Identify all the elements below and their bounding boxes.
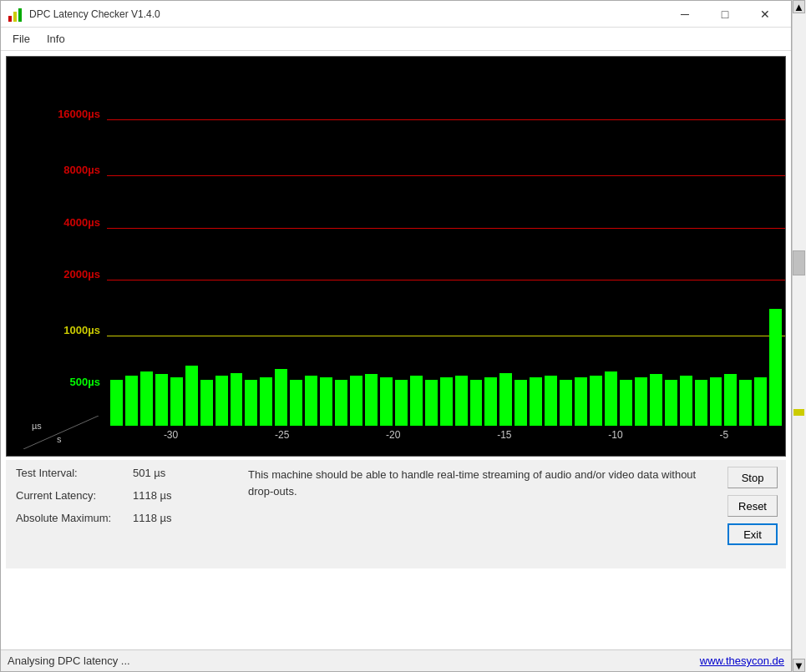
bar bbox=[140, 371, 153, 426]
bar bbox=[395, 380, 408, 426]
message-text: This machine should be able to handle re… bbox=[248, 468, 696, 498]
status-text: Analysing DPC latency ... bbox=[8, 654, 130, 667]
svg-rect-2 bbox=[18, 8, 22, 22]
bar bbox=[350, 376, 362, 426]
bar bbox=[605, 371, 617, 426]
bar bbox=[515, 380, 527, 426]
bar bbox=[335, 380, 347, 426]
current-latency-row: Current Latency: 1118 µs bbox=[16, 489, 230, 502]
bar bbox=[125, 376, 138, 426]
svg-line-3 bbox=[23, 416, 99, 449]
bar bbox=[650, 374, 662, 426]
bar bbox=[365, 374, 378, 426]
absolute-max-value: 1118 µs bbox=[133, 512, 172, 524]
x-axis: -30 -25 -20 -15 -10 -5 bbox=[107, 426, 785, 456]
absolute-max-row: Absolute Maximum: 1118 µs bbox=[16, 512, 230, 524]
y-label-1000: 1000µs bbox=[63, 324, 100, 336]
exit-button[interactable]: Exit bbox=[727, 523, 778, 545]
current-latency-value: 1118 µs bbox=[133, 489, 172, 502]
stats-panel: Test Interval: 501 µs Current Latency: 1… bbox=[6, 460, 240, 568]
bar bbox=[231, 373, 243, 426]
bar bbox=[320, 377, 332, 426]
maximize-button[interactable]: □ bbox=[706, 1, 744, 28]
bar bbox=[560, 380, 572, 426]
svg-rect-1 bbox=[13, 12, 17, 22]
scrollbar-up-arrow[interactable]: ▲ bbox=[793, 0, 805, 13]
bar bbox=[680, 376, 692, 426]
bar bbox=[380, 377, 393, 426]
bar bbox=[499, 373, 512, 426]
bar bbox=[635, 377, 647, 426]
latency-chart: 16000µs 8000µs 4000µs 2000µs 1000µs 500µ… bbox=[6, 56, 786, 457]
scrollbar-indicator bbox=[793, 409, 804, 416]
test-interval-label: Test Interval: bbox=[16, 467, 124, 479]
menu-info[interactable]: Info bbox=[38, 29, 74, 48]
current-latency-label: Current Latency: bbox=[16, 489, 124, 502]
x-label-30: -30 bbox=[164, 429, 178, 441]
scrollbar-down-arrow[interactable]: ▼ bbox=[793, 659, 805, 672]
bar bbox=[724, 374, 737, 426]
scrollbar-track: ▲ ▼ bbox=[792, 0, 806, 672]
bars-container bbox=[107, 57, 785, 426]
svg-rect-0 bbox=[8, 16, 12, 22]
bar bbox=[185, 366, 198, 426]
bar bbox=[425, 380, 438, 426]
bar bbox=[739, 380, 752, 426]
bar bbox=[455, 376, 468, 426]
reset-button[interactable]: Reset bbox=[727, 495, 778, 517]
bar bbox=[275, 369, 287, 426]
menu-bar: File Info bbox=[1, 28, 791, 51]
test-interval-value: 501 µs bbox=[133, 467, 165, 479]
menu-file[interactable]: File bbox=[4, 29, 38, 48]
bar bbox=[754, 377, 767, 426]
buttons-panel: Stop Reset Exit bbox=[719, 460, 786, 568]
x-axis-labels: -30 -25 -20 -15 -10 -5 bbox=[107, 429, 785, 441]
bar bbox=[200, 380, 213, 426]
close-button[interactable]: ✕ bbox=[746, 1, 784, 28]
bar bbox=[170, 377, 183, 426]
status-bar: Analysing DPC latency ... www.thesycon.d… bbox=[1, 649, 791, 671]
status-link[interactable]: www.thesycon.de bbox=[700, 654, 784, 667]
bar bbox=[440, 377, 453, 426]
bar bbox=[410, 376, 423, 426]
y-label-8000: 8000µs bbox=[63, 164, 100, 176]
y-label-500: 500µs bbox=[70, 376, 100, 388]
bar bbox=[245, 380, 257, 426]
minimize-button[interactable]: ─ bbox=[666, 1, 704, 28]
bar bbox=[215, 376, 228, 426]
title-bar: DPC Latency Checker V1.4.0 ─ □ ✕ bbox=[1, 1, 791, 28]
x-label-20: -20 bbox=[386, 429, 400, 441]
bar bbox=[305, 376, 317, 426]
bar bbox=[470, 380, 483, 426]
y-label-2000: 2000µs bbox=[63, 268, 100, 280]
message-panel: This machine should be able to handle re… bbox=[240, 460, 719, 568]
bar bbox=[575, 377, 587, 426]
y-label-16000: 16000µs bbox=[58, 108, 100, 120]
app-icon bbox=[8, 6, 24, 23]
bar bbox=[530, 377, 542, 426]
bar bbox=[590, 376, 602, 426]
y-label-4000: 4000µs bbox=[63, 216, 100, 229]
window-title: DPC Latency Checker V1.4.0 bbox=[29, 8, 666, 20]
bar bbox=[665, 380, 677, 426]
bar bbox=[290, 380, 302, 426]
bar bbox=[710, 377, 722, 426]
bar bbox=[695, 380, 707, 426]
x-label-10: -10 bbox=[608, 429, 622, 441]
chart-plot-area: -30 -25 -20 -15 -10 -5 bbox=[107, 57, 785, 456]
absolute-max-label: Absolute Maximum: bbox=[16, 512, 124, 524]
x-label-15: -15 bbox=[497, 429, 511, 441]
stop-button[interactable]: Stop bbox=[727, 467, 778, 488]
bar bbox=[620, 380, 632, 426]
bar bbox=[260, 377, 272, 426]
corner-diagonal bbox=[23, 416, 99, 449]
window-controls: ─ □ ✕ bbox=[666, 1, 784, 28]
x-label-5: -5 bbox=[719, 429, 728, 441]
info-panel: Test Interval: 501 µs Current Latency: 1… bbox=[6, 460, 786, 568]
bar bbox=[769, 309, 782, 426]
bar bbox=[545, 376, 557, 426]
x-label-25: -25 bbox=[275, 429, 289, 441]
scrollbar-thumb[interactable] bbox=[793, 250, 805, 275]
bar bbox=[110, 380, 123, 426]
y-axis: 16000µs 8000µs 4000µs 2000µs 1000µs 500µ… bbox=[7, 57, 107, 456]
